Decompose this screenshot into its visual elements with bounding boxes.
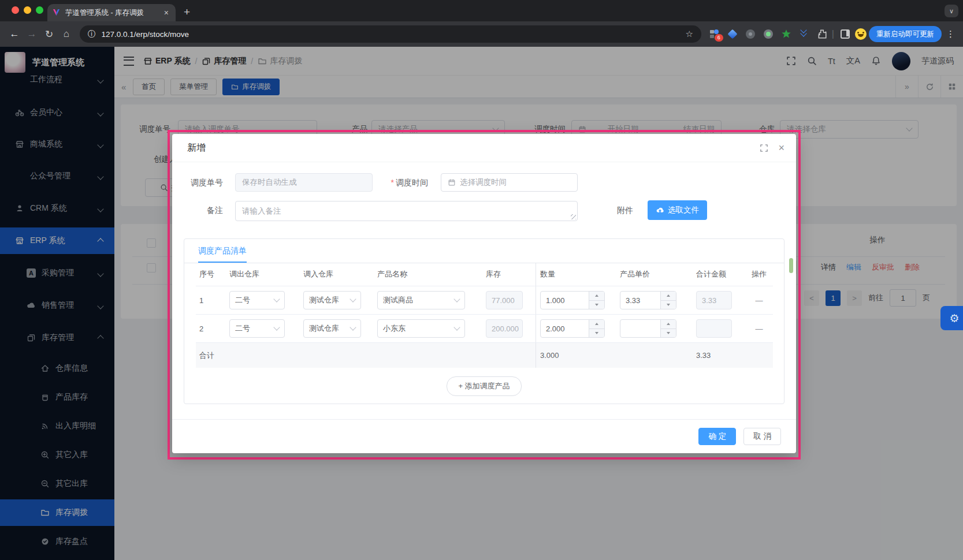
bookmark-star-icon[interactable]: ☆ bbox=[685, 29, 693, 39]
move-time-picker[interactable]: 选择调度时间 bbox=[441, 173, 578, 192]
resize-handle[interactable] bbox=[571, 214, 576, 219]
move-time-label: *调度时间 bbox=[377, 173, 435, 192]
decrease-icon[interactable] bbox=[589, 300, 604, 309]
stock-input: 200.000 bbox=[486, 319, 523, 338]
calendar-icon bbox=[448, 178, 456, 186]
add-dialog: 新增 × 调度单号 保存时自动生成 *调度时间 选择调度时间 备注 请输入备注 … bbox=[172, 134, 796, 453]
product-select[interactable]: 小东东 bbox=[377, 319, 465, 338]
total-input bbox=[696, 319, 732, 338]
add-product-button[interactable]: + 添加调度产品 bbox=[447, 376, 521, 396]
dialog-footer: 确 定 取 消 bbox=[172, 419, 796, 453]
profile-avatar-emoji[interactable] bbox=[855, 28, 867, 40]
extension-green-dot-icon[interactable] bbox=[763, 29, 774, 39]
tab-search-chevron-icon[interactable]: ∨ bbox=[945, 5, 958, 17]
chevron-down-icon bbox=[273, 296, 280, 302]
extension-icon[interactable]: 6 bbox=[709, 29, 720, 39]
decrease-icon[interactable] bbox=[661, 300, 676, 309]
browser-tabstrip: 芋道管理系统 - 库存调拨 × + ∨ bbox=[0, 0, 963, 21]
price-stepper[interactable]: 3.33 bbox=[620, 291, 676, 309]
browser-menu-icon[interactable]: ⋮ bbox=[946, 29, 955, 39]
chevron-down-icon bbox=[349, 296, 356, 302]
price-stepper[interactable] bbox=[620, 319, 676, 338]
settings-gear-button[interactable]: ⚙ bbox=[940, 306, 963, 330]
in-warehouse-select[interactable]: 测试仓库 bbox=[303, 319, 361, 338]
extension-chevrons-icon[interactable] bbox=[799, 29, 809, 39]
address-bar[interactable]: ⓘ 127.0.0.1/erp/stock/move ☆ bbox=[80, 25, 701, 43]
dialog-close-icon[interactable]: × bbox=[778, 143, 784, 153]
remark-label: 备注 bbox=[172, 201, 230, 219]
puzzle-extensions-icon[interactable] bbox=[817, 29, 827, 39]
product-table-header: 序号 调出仓库 调入仓库 产品名称 库存 数量 产品单价 合计金额 操作 bbox=[196, 263, 773, 286]
cancel-button[interactable]: 取 消 bbox=[743, 428, 781, 445]
product-row-2: 2 二号 测试仓库 小东东 200.000 2.000 — bbox=[196, 314, 773, 342]
increase-icon[interactable] bbox=[589, 292, 604, 300]
tab-product-list[interactable]: 调度产品清单 bbox=[198, 239, 247, 263]
confirm-button[interactable]: 确 定 bbox=[698, 428, 736, 445]
zoom-window-button[interactable] bbox=[36, 6, 43, 14]
order-no-input[interactable]: 保存时自动生成 bbox=[235, 173, 373, 192]
remark-textarea[interactable]: 请输入备注 bbox=[235, 201, 578, 221]
out-warehouse-select[interactable]: 二号 bbox=[229, 291, 285, 309]
summary-row: 合计 3.000 3.33 bbox=[196, 342, 773, 368]
side-panel-icon[interactable] bbox=[840, 29, 850, 39]
in-warehouse-select[interactable]: 测试仓库 bbox=[303, 291, 361, 309]
row-op-dash[interactable]: — bbox=[745, 286, 774, 314]
browser-tab-title: 芋道管理系统 - 库存调拨 bbox=[65, 8, 162, 18]
product-row-1: 1 二号 测试仓库 测试商品 77.000 1.000 3.33 3.33 — bbox=[196, 286, 773, 314]
screen: 芋道管理系统 - 库存调拨 × + ∨ ← → ↻ ⌂ ⓘ 127.0.0.1/… bbox=[0, 0, 963, 560]
decrease-icon[interactable] bbox=[589, 328, 604, 338]
extension-badge: 6 bbox=[715, 34, 723, 42]
tab-close-icon[interactable]: × bbox=[162, 8, 171, 17]
total-input: 3.33 bbox=[696, 291, 732, 309]
app-viewport: 芋道管理系统 工作流程 会员中心 商城系统 bbox=[0, 47, 963, 560]
extension-star-icon[interactable] bbox=[781, 29, 791, 39]
summary-total: 3.33 bbox=[683, 343, 745, 368]
chevron-down-icon bbox=[453, 324, 460, 330]
add-product-row: + 添加调度产品 bbox=[184, 368, 784, 405]
product-select[interactable]: 测试商品 bbox=[377, 291, 465, 309]
attachment-label: 附件 bbox=[603, 201, 640, 219]
increase-icon[interactable] bbox=[661, 292, 676, 300]
extension-diamond-icon[interactable] bbox=[727, 29, 738, 39]
close-window-button[interactable] bbox=[12, 6, 19, 14]
scrollbar-thumb[interactable] bbox=[789, 258, 793, 273]
summary-label: 合计 bbox=[196, 343, 227, 368]
minimize-window-button[interactable] bbox=[24, 6, 31, 14]
product-list-tabs: 调度产品清单 bbox=[184, 239, 784, 263]
dialog-fullscreen-icon[interactable] bbox=[760, 144, 768, 152]
browser-toolbar: ← → ↻ ⌂ ⓘ 127.0.0.1/erp/stock/move ☆ 6 bbox=[0, 21, 963, 47]
order-no-label: 调度单号 bbox=[172, 173, 230, 192]
browser-tab[interactable]: 芋道管理系统 - 库存调拨 × bbox=[47, 4, 176, 21]
dialog-header: 新增 × bbox=[172, 134, 796, 162]
forward-icon[interactable]: → bbox=[23, 28, 40, 40]
stock-input: 77.000 bbox=[486, 291, 523, 309]
decrease-icon[interactable] bbox=[661, 328, 676, 338]
site-info-icon[interactable]: ⓘ bbox=[88, 29, 96, 39]
back-icon[interactable]: ← bbox=[6, 28, 23, 40]
qty-stepper[interactable]: 1.000 bbox=[540, 291, 605, 309]
new-tab-button[interactable]: + bbox=[184, 5, 190, 20]
extension-circle-icon[interactable] bbox=[745, 29, 756, 39]
increase-icon[interactable] bbox=[589, 320, 604, 328]
browser-update-button[interactable]: 重新启动即可更新 bbox=[869, 26, 942, 42]
reload-icon[interactable]: ↻ bbox=[40, 28, 58, 40]
required-asterisk: * bbox=[391, 178, 394, 187]
upload-cloud-icon bbox=[656, 206, 664, 215]
chevron-down-icon bbox=[453, 296, 460, 302]
url-text: 127.0.0.1/erp/stock/move bbox=[102, 30, 189, 39]
chevron-down-icon bbox=[273, 324, 280, 330]
product-table: 序号 调出仓库 调入仓库 产品名称 库存 数量 产品单价 合计金额 操作 1 二… bbox=[196, 263, 773, 368]
product-list-card: 调度产品清单 序号 调出仓库 调入仓库 产品名称 库存 数量 产品单价 合计金额… bbox=[184, 238, 784, 404]
summary-qty: 3.000 bbox=[536, 343, 606, 368]
upload-file-button[interactable]: 选取文件 bbox=[648, 200, 707, 220]
qty-stepper[interactable]: 2.000 bbox=[540, 319, 605, 338]
row-op-dash[interactable]: — bbox=[745, 315, 774, 342]
extensions-row: 6 bbox=[709, 29, 827, 39]
increase-icon[interactable] bbox=[661, 320, 676, 328]
site-favicon bbox=[52, 9, 61, 17]
out-warehouse-select[interactable]: 二号 bbox=[229, 319, 285, 338]
dialog-title: 新增 bbox=[187, 142, 206, 154]
toolbar-divider: | bbox=[832, 29, 834, 39]
home-icon[interactable]: ⌂ bbox=[58, 28, 75, 40]
chevron-down-icon bbox=[349, 324, 356, 330]
